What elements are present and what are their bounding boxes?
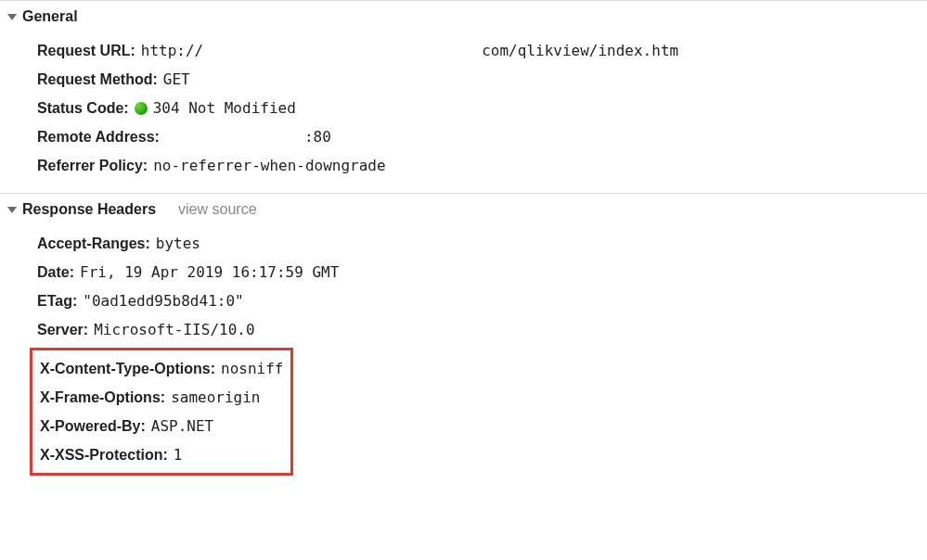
x-powered-by-row: X-Powered-By ASP.NET <box>40 412 283 440</box>
date-row: Date Fri, 19 Apr 2019 16:17:59 GMT <box>37 258 927 286</box>
request-url-suffix: com/qlikview/index.htm <box>482 42 678 59</box>
status-code-label: Status Code <box>37 100 129 117</box>
server-value: Microsoft-IIS/10.0 <box>94 321 254 338</box>
etag-value: "0ad1edd95b8d41:0" <box>83 292 243 310</box>
response-headers-title: Response Headers <box>22 201 156 218</box>
request-url-prefix: http:// <box>141 42 203 59</box>
x-content-type-options-value: nosniff <box>221 360 283 377</box>
etag-row: ETag "0ad1edd95b8d41:0" <box>37 286 927 315</box>
referrer-policy-label: Referrer Policy <box>37 158 148 174</box>
etag-label: ETag <box>37 293 77 310</box>
referrer-policy-row: Referrer Policy no-referrer-when-downgra… <box>37 151 927 180</box>
x-xss-protection-row: X-XSS-Protection 1 <box>40 440 283 469</box>
response-headers-section: Response Headers view source Accept-Rang… <box>0 193 927 489</box>
request-method-value: GET <box>163 70 190 88</box>
status-code-value: 304 Not Modified <box>153 99 296 117</box>
x-content-type-options-label: X-Content-Type-Options <box>40 361 215 377</box>
accept-ranges-value: bytes <box>156 235 200 252</box>
x-powered-by-value: ASP.NET <box>151 417 213 435</box>
remote-address-label: Remote Address <box>37 129 160 146</box>
server-label: Server <box>37 322 88 338</box>
x-xss-protection-label: X-XSS-Protection <box>40 447 168 464</box>
referrer-policy-value: no-referrer-when-downgrade <box>153 157 385 174</box>
x-frame-options-row: X-Frame-Options sameorigin <box>40 383 283 412</box>
request-method-label: Request Method <box>37 71 158 88</box>
general-section-header[interactable]: General <box>0 1 927 32</box>
x-content-type-options-row: X-Content-Type-Options nosniff <box>40 354 283 383</box>
general-title: General <box>22 8 78 25</box>
request-url-label: Request URL <box>37 43 135 59</box>
disclosure-triangle-icon <box>7 207 17 213</box>
request-url-row: Request URL http:// com/qlikview/index.h… <box>37 36 927 65</box>
status-code-row: Status Code 304 Not Modified <box>37 94 927 122</box>
request-method-row: Request Method GET <box>37 65 927 94</box>
x-xss-protection-value: 1 <box>174 446 183 464</box>
x-powered-by-label: X-Powered-By <box>40 418 146 435</box>
x-frame-options-label: X-Frame-Options <box>40 389 165 406</box>
remote-address-value: :80 <box>304 128 331 146</box>
response-rows: Accept-Ranges bytes Date Fri, 19 Apr 201… <box>0 225 927 489</box>
response-headers-header[interactable]: Response Headers view source <box>0 194 927 225</box>
general-rows: Request URL http:// com/qlikview/index.h… <box>0 32 927 193</box>
server-row: Server Microsoft-IIS/10.0 <box>37 315 927 344</box>
general-section: General Request URL http:// com/qlikview… <box>0 0 927 193</box>
highlighted-security-headers: X-Content-Type-Options nosniff X-Frame-O… <box>30 348 293 476</box>
accept-ranges-label: Accept-Ranges <box>37 235 150 252</box>
date-label: Date <box>37 264 74 281</box>
remote-address-row: Remote Address :80 <box>37 122 927 151</box>
date-value: Fri, 19 Apr 2019 16:17:59 GMT <box>80 263 339 281</box>
x-frame-options-value: sameorigin <box>171 388 260 406</box>
disclosure-triangle-icon <box>7 14 17 20</box>
status-dot-icon <box>135 102 148 115</box>
accept-ranges-row: Accept-Ranges bytes <box>37 229 927 258</box>
view-source-link[interactable]: view source <box>178 201 256 218</box>
